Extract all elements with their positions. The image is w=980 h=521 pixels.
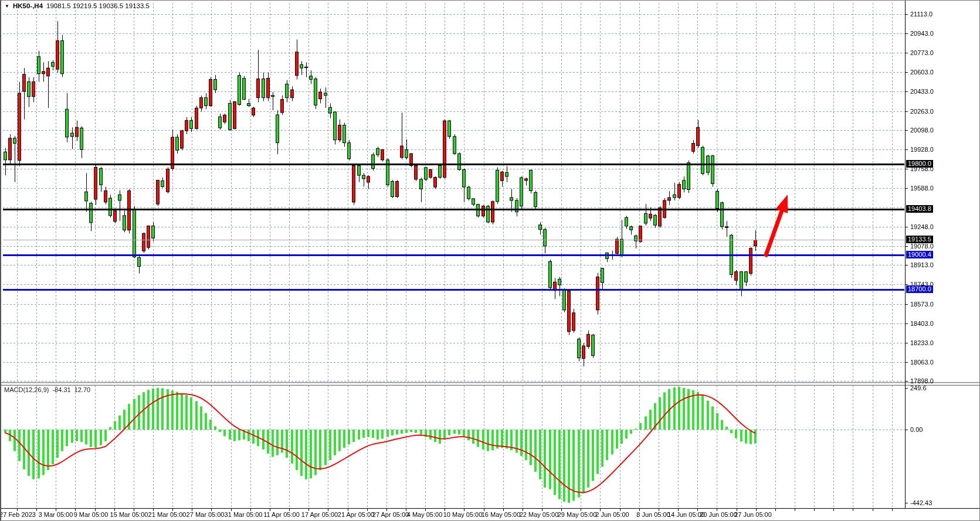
symbol-timeframe-label: HK50-,H4 — [13, 2, 43, 9]
price-tick-label: 18913.0 — [910, 261, 934, 268]
time-tick-label: 3 Mar 05:00 — [39, 511, 73, 518]
macd-tick-label: -442.43 — [910, 499, 932, 506]
price-tick-label: 20098.0 — [910, 127, 934, 134]
time-tick-label: 10 May 05:00 — [443, 511, 483, 518]
price-tick-label: 18233.0 — [910, 339, 934, 346]
price-tick-label: 19248.0 — [910, 223, 934, 230]
time-tick-label: 22 May 05:00 — [520, 511, 559, 518]
time-tick-label: 27 Feb 2023 — [0, 511, 36, 518]
macd-indicator-label: MACD(12,26,9) -84.31 12.70 — [4, 386, 90, 393]
time-tick-label: 20 Jun 05:00 — [700, 511, 737, 518]
resistance-19403-tag: 19403.8 — [906, 205, 933, 213]
price-tick-label: 18063.0 — [910, 359, 934, 366]
ohlc-readout: 19081.5 19219.5 19036.5 19133.5 — [46, 2, 150, 9]
price-tick-label: 20603.0 — [910, 69, 934, 76]
symbol-dropdown-icon[interactable]: ▼ — [5, 4, 9, 9]
macd-signal-value: 12.70 — [74, 386, 91, 393]
time-tick-label: 21 Apr 05:00 — [338, 511, 374, 518]
time-tick-label: 4 May 05:00 — [407, 511, 443, 518]
time-tick-label: 31 Mar 05:00 — [225, 511, 263, 518]
price-tick-label: 20943.0 — [910, 30, 934, 37]
time-tick-label: 21 Mar 05:00 — [148, 511, 186, 518]
price-tick-label: 20263.0 — [910, 108, 934, 115]
price-tick-label: 19588.0 — [910, 185, 934, 192]
time-tick-label: 15 Mar 05:00 — [110, 511, 148, 518]
time-tick-label: 2 Jun 05:00 — [595, 511, 629, 518]
price-tick-label: 17898.0 — [910, 377, 934, 384]
price-tick-label: 18403.0 — [910, 320, 934, 327]
time-tick-label: 17 Apr 05:00 — [301, 511, 338, 518]
macd-tick-label: 0.00 — [910, 426, 923, 433]
price-tick-label: 20433.0 — [910, 88, 934, 95]
current-price-line-tag: 19133.5 — [906, 236, 933, 243]
support-18700-tag: 18700.0 — [906, 285, 933, 293]
chart-window: ▼ HK50-,H4 19081.5 19219.5 19036.5 19133… — [0, 0, 980, 521]
macd-value: -84.31 — [52, 386, 70, 393]
time-tick-label: 8 Jun 05:00 — [636, 511, 670, 518]
support-19000-tag: 19000.4 — [906, 251, 933, 258]
price-tick-label: 18573.0 — [910, 301, 934, 308]
macd-name: MACD(12,26,9) — [4, 386, 49, 393]
time-tick-label: 27 Mar 05:00 — [186, 511, 225, 518]
price-tick-label: 19928.0 — [910, 146, 934, 153]
price-tick-label: 20773.0 — [910, 49, 934, 56]
trend-arrow-annotation[interactable] — [755, 184, 798, 267]
price-tick-label: 21113.0 — [910, 11, 932, 18]
time-tick-label: 27 Apr 05:00 — [372, 511, 409, 518]
chart-canvas[interactable] — [1, 1, 980, 521]
time-tick-label: 11 Apr 05:00 — [263, 511, 300, 518]
time-tick-label: 16 May 05:00 — [481, 511, 521, 518]
time-tick-label: 9 Mar 05:00 — [74, 511, 108, 518]
price-tick-label: 19078.0 — [910, 243, 934, 250]
time-tick-label: 27 Jun 05:00 — [734, 511, 772, 518]
time-tick-label: 29 May 05:00 — [558, 511, 597, 518]
resistance-19800-tag: 19800.0 — [906, 160, 933, 168]
chart-title-bar: ▼ HK50-,H4 19081.5 19219.5 19036.5 19133… — [5, 2, 150, 9]
macd-tick-label: 249.6 — [910, 384, 927, 391]
